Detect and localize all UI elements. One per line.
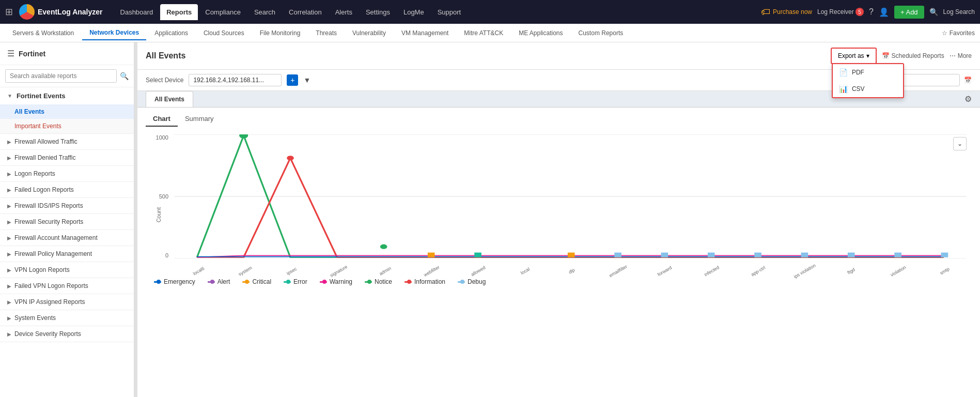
calendar-picker-icon[interactable]: 📅 bbox=[964, 77, 972, 84]
logo-circle-icon bbox=[19, 4, 35, 20]
fortinet-events-items: All Events Important Events bbox=[0, 104, 134, 133]
sidebar-item-important-events[interactable]: Important Events bbox=[0, 119, 134, 133]
search-icon[interactable]: 🔍 bbox=[929, 8, 938, 16]
alert-legend-dot bbox=[208, 281, 215, 283]
nav-alerts[interactable]: Alerts bbox=[329, 4, 359, 20]
information-legend-dot bbox=[405, 281, 412, 283]
group-arrow-icon-3: ▶ bbox=[7, 187, 11, 193]
nav-logme[interactable]: LogMe bbox=[397, 4, 430, 20]
debug-mark bbox=[614, 253, 621, 257]
group-arrow-icon-10: ▶ bbox=[7, 299, 11, 305]
sidebar-item-logon-reports[interactable]: ▶ Logon Reports bbox=[0, 166, 134, 182]
chart-panel: Chart Summary 1000 500 0 Count bbox=[137, 108, 980, 397]
debug-mark2 bbox=[661, 253, 668, 257]
more-button[interactable]: ⋯ More bbox=[950, 52, 972, 59]
nav-servers-workstation[interactable]: Servers & Workstation bbox=[5, 26, 81, 40]
sidebar-item-vpn-ip[interactable]: ▶ VPN IP Assigned Reports bbox=[0, 294, 134, 310]
filter-icon[interactable]: ▼ bbox=[303, 76, 310, 84]
favorites-button[interactable]: ☆ Favorites bbox=[942, 29, 975, 37]
nav-support[interactable]: Support bbox=[431, 4, 468, 20]
chart-container: 1000 500 0 Count bbox=[137, 127, 980, 397]
nav-threats[interactable]: Threats bbox=[308, 26, 344, 40]
export-pdf-option[interactable]: 📄 PDF bbox=[833, 64, 903, 81]
nav-file-monitoring[interactable]: File Monitoring bbox=[253, 26, 308, 40]
sidebar-item-account-mgmt[interactable]: ▶ Firewall Account Management bbox=[0, 230, 134, 246]
help-icon[interactable]: ? bbox=[869, 7, 874, 17]
app-name: EventLog Analyzer bbox=[38, 8, 103, 16]
group-arrow-icon-0: ▶ bbox=[7, 139, 11, 145]
sidebar-title: Fortinet bbox=[19, 50, 45, 58]
sidebar-item-policy-mgmt[interactable]: ▶ Firewall Policy Management bbox=[0, 246, 134, 262]
nav-search[interactable]: Search bbox=[248, 4, 282, 20]
search-log-button[interactable]: Log Search bbox=[943, 8, 975, 16]
user-icon[interactable]: 👤 bbox=[879, 7, 889, 17]
chart-tab-summary[interactable]: Summary bbox=[178, 112, 221, 127]
nav-reports[interactable]: Reports bbox=[160, 4, 198, 20]
group-arrow-icon-6: ▶ bbox=[7, 235, 11, 241]
nav-vulnerability[interactable]: Vulnerability bbox=[345, 26, 393, 40]
sidebar-item-firewall-denied[interactable]: ▶ Firewall Denied Traffic bbox=[0, 150, 134, 166]
export-as-button[interactable]: Export as ▾ bbox=[833, 50, 875, 62]
group-arrow-icon-7: ▶ bbox=[7, 251, 11, 257]
sidebar-item-firewall-allowed[interactable]: ▶ Firewall Allowed Traffic bbox=[0, 134, 134, 150]
export-wrapper: Export as ▾ 📄 PDF 📊 CSV bbox=[831, 48, 877, 64]
warning-legend-dot bbox=[320, 281, 327, 283]
nav-me-applications[interactable]: ME Applications bbox=[511, 26, 570, 40]
y-axis-title: Count bbox=[155, 207, 162, 222]
critical-mark2 bbox=[568, 253, 575, 257]
add-device-button[interactable]: + bbox=[287, 74, 298, 86]
tab-all-events[interactable]: All Events bbox=[146, 91, 193, 107]
collapse-chart-button[interactable]: ⌄ bbox=[953, 137, 967, 150]
section-arrow-icon: ▼ bbox=[7, 93, 12, 99]
notification-badge: 5 bbox=[855, 8, 864, 16]
sidebar-item-vpn-logon[interactable]: ▶ VPN Logon Reports bbox=[0, 262, 134, 278]
nav-network-devices[interactable]: Network Devices bbox=[82, 26, 146, 40]
nav-cloud-sources[interactable]: Cloud Sources bbox=[196, 26, 252, 40]
sidebar-item-failed-logon[interactable]: ▶ Failed Logon Reports bbox=[0, 182, 134, 198]
settings-icon[interactable]: ⚙ bbox=[965, 94, 972, 104]
legend-debug: Debug bbox=[458, 278, 486, 285]
chart-wrapper: 1000 500 0 Count bbox=[146, 134, 972, 274]
search-input[interactable] bbox=[5, 69, 117, 83]
nav-mitre[interactable]: Mitre ATT&CK bbox=[457, 26, 510, 40]
sidebar-item-ids-ips[interactable]: ▶ Firewall IDS/IPS Reports bbox=[0, 198, 134, 214]
sidebar-item-failed-vpn[interactable]: ▶ Failed VPN Logon Reports bbox=[0, 278, 134, 294]
scheduled-reports-button[interactable]: 📅 Scheduled Reports bbox=[882, 52, 944, 59]
group-arrow-icon-8: ▶ bbox=[7, 267, 11, 273]
nav-custom-reports[interactable]: Custom Reports bbox=[571, 26, 631, 40]
nav-correlation[interactable]: Correlation bbox=[283, 4, 328, 20]
fortinet-events-header[interactable]: ▼ Fortinet Events bbox=[0, 87, 134, 104]
device-input[interactable] bbox=[189, 74, 282, 86]
search-submit-icon[interactable]: 🔍 bbox=[120, 72, 129, 80]
export-csv-option[interactable]: 📊 CSV bbox=[833, 81, 903, 97]
notice-legend-dot bbox=[365, 281, 372, 283]
hamburger-icon[interactable]: ☰ bbox=[7, 49, 14, 58]
log-receiver-link[interactable]: Log Receiver 5 bbox=[817, 8, 864, 16]
purchase-now-link[interactable]: 🏷 Purchase now bbox=[761, 7, 812, 18]
nav-applications[interactable]: Applications bbox=[147, 26, 195, 40]
chart-svg-area bbox=[174, 134, 967, 258]
nav-compliance[interactable]: Compliance bbox=[199, 4, 247, 20]
group-arrow-icon-9: ▶ bbox=[7, 283, 11, 289]
sidebar-search-bar: 🔍 bbox=[0, 65, 134, 87]
emergency-legend-dot bbox=[154, 281, 161, 283]
grid-icon[interactable]: ⊞ bbox=[5, 6, 13, 18]
pdf-icon: 📄 bbox=[839, 68, 848, 77]
legend-error: Error bbox=[284, 278, 307, 285]
nav-dashboard[interactable]: Dashboard bbox=[114, 4, 160, 20]
notice-spike-dot bbox=[239, 134, 248, 139]
sidebar-item-system-events[interactable]: ▶ System Events bbox=[0, 310, 134, 326]
chart-svg bbox=[174, 134, 967, 258]
export-dropdown: 📄 PDF 📊 CSV bbox=[832, 63, 904, 98]
sidebar-item-security-reports[interactable]: ▶ Firewall Security Reports bbox=[0, 214, 134, 230]
group-arrow-icon-4: ▶ bbox=[7, 203, 11, 209]
sidebar: ☰ Fortinet 🔍 ▼ Fortinet Events All Event… bbox=[0, 42, 134, 397]
nav-vm-management[interactable]: VM Management bbox=[394, 26, 456, 40]
add-button[interactable]: + Add bbox=[894, 6, 924, 19]
sidebar-item-device-severity[interactable]: ▶ Device Severity Reports bbox=[0, 326, 134, 342]
chart-tab-chart[interactable]: Chart bbox=[146, 112, 178, 127]
sidebar-item-all-events[interactable]: All Events bbox=[0, 104, 134, 119]
nav-settings[interactable]: Settings bbox=[360, 4, 396, 20]
content-area: All Events Export as ▾ 📄 PDF 📊 bbox=[137, 42, 980, 397]
more-icon: ⋯ bbox=[950, 52, 956, 59]
